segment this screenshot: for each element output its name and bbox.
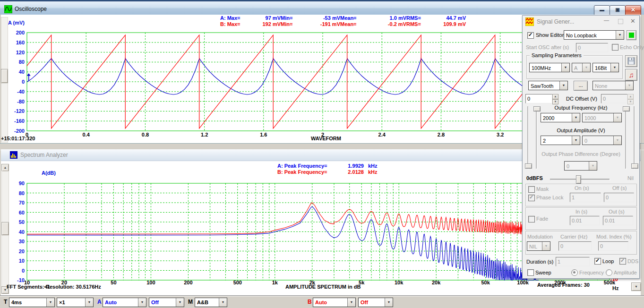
svg-text:0: 0: [22, 79, 25, 85]
svg-text:200: 200: [184, 280, 192, 285]
channel-b-label: B: [308, 299, 312, 305]
spectrum-averaged-frames: Averaged Frames: 30: [537, 282, 590, 288]
svg-text:3.2: 3.2: [497, 132, 504, 137]
run-button[interactable]: [627, 30, 636, 40]
duration-label: Duration (s): [526, 259, 553, 265]
chevron-down-icon: ▼: [613, 113, 621, 122]
dc-offset-b-input: [601, 94, 627, 103]
signal-generator-window: Signal Gener... — ✕ Show Editor No Loopb…: [522, 15, 640, 279]
channel-a-coupling-select[interactable]: Off▼: [149, 298, 184, 307]
mask-off-input: [604, 193, 634, 202]
siggen-minimize-icon[interactable]: —: [604, 17, 609, 23]
svg-text:500: 500: [233, 280, 242, 285]
oscilloscope-x-axis-title: WAVEFORM: [298, 136, 354, 141]
svg-text:1.6: 1.6: [260, 132, 267, 137]
dbfs-slider-thumb[interactable]: [576, 175, 581, 184]
loopback-select[interactable]: No Loopback▼: [564, 30, 624, 40]
amplitude-a-select[interactable]: 2▼: [541, 136, 580, 145]
slider-thumb[interactable]: [533, 106, 541, 111]
chevron-down-icon: ▼: [542, 242, 550, 250]
amplitude-slider-a-left[interactable]: [525, 106, 531, 169]
slider-thumb[interactable]: [525, 163, 532, 169]
fade-out-input: [603, 216, 633, 225]
phase-lock-checkbox: [528, 195, 535, 201]
more-options-button[interactable]: ...: [574, 81, 588, 91]
mod-index-input: [598, 241, 628, 251]
siggen-close-icon[interactable]: ✕: [630, 17, 635, 25]
svg-text:-10: -10: [17, 277, 25, 283]
sweep-frequency-label: Frequency: [579, 270, 604, 275]
music-note-icon: ♫: [628, 71, 634, 79]
off-s-label: Off (s): [612, 185, 627, 191]
svg-text:120: 120: [16, 50, 25, 55]
channel-b-range-select[interactable]: Auto▼: [313, 298, 356, 307]
play-tone-button[interactable]: ♫: [625, 69, 637, 81]
svg-text:30: 30: [19, 239, 25, 244]
chevron-down-icon: ▼: [176, 298, 184, 307]
close-button[interactable]: ✕: [625, 5, 641, 16]
sweep-amplitude-radio: [606, 269, 612, 276]
channel-a-range-select[interactable]: Auto▼: [103, 298, 146, 307]
spectrum-x-axis-title: AMPLITUDE SPECTRUM in dB: [285, 284, 361, 290]
math-mode-select[interactable]: A&B▼: [195, 298, 227, 307]
chevron-down-icon: ▼: [219, 298, 227, 307]
svg-text:50k: 50k: [481, 280, 490, 285]
svg-text:2.8: 2.8: [438, 132, 445, 137]
spectrum-dropdown-icon[interactable]: ▼: [631, 282, 641, 291]
waveform-b-select: None▼: [592, 81, 634, 90]
oscilloscope-timestamp: +15:01:17:320: [1, 136, 35, 141]
sweep-amplitude-label: Amplitude: [614, 270, 637, 275]
frequency-b-select: 1000▼: [582, 113, 622, 122]
chevron-down-icon: ▼: [46, 298, 54, 307]
svg-text:100: 100: [146, 280, 155, 285]
svg-text:10k: 10k: [395, 280, 404, 285]
mask-on-input: [570, 193, 601, 202]
run-indicator: [629, 33, 634, 38]
chevron-down-icon: ▼: [347, 298, 355, 307]
maximize-button[interactable]: ▣: [610, 5, 626, 16]
sweep-checkbox[interactable]: [527, 269, 534, 276]
svg-text:100k: 100k: [517, 280, 529, 285]
minimize-button[interactable]: ▬: [594, 5, 610, 16]
frequency-slider-a[interactable]: [533, 106, 540, 169]
dbfs-label: 0dBFS: [526, 175, 543, 181]
nil-label: Nil: [627, 175, 634, 181]
siggen-title: Signal Gener...: [537, 18, 574, 25]
mask-checkbox: [528, 186, 535, 193]
svg-text:20: 20: [19, 248, 25, 254]
chevron-down-icon: ▼: [138, 298, 146, 307]
spectrum-analyzer-icon: [10, 151, 17, 159]
sampling-bits-select[interactable]: 16Bit▼: [592, 63, 619, 72]
svg-text:1k: 1k: [272, 280, 278, 285]
dc-offset-a-spinner[interactable]: ▲▼: [552, 94, 558, 103]
fade-label: Fade: [536, 216, 548, 222]
dc-offset-b-spinner: ▲▼: [627, 94, 634, 103]
start-osc-label: Start OSC after (s): [526, 44, 569, 50]
svg-text:80: 80: [19, 59, 25, 65]
svg-text:50: 50: [111, 280, 116, 285]
sampling-rate-select[interactable]: 100MHz▼: [529, 63, 570, 72]
chevron-down-icon: ▼: [582, 63, 590, 72]
svg-text:0: 0: [22, 268, 25, 274]
mod-index-label: Mod. Index (%): [596, 234, 632, 240]
dc-offset-label: DC Offset (V): [566, 96, 597, 102]
frequency-a-select[interactable]: 2000▼: [541, 113, 580, 122]
carrier-label: Carrier (Hz): [560, 234, 587, 240]
chevron-down-icon: ▼: [610, 63, 618, 72]
in-s-label: In (s): [575, 209, 587, 214]
show-editor-label: Show Editor: [536, 32, 564, 38]
phase-lock-label: Phase Lock: [536, 195, 563, 200]
channel-b-coupling-select[interactable]: Off▼: [358, 298, 393, 307]
duration-input: [556, 257, 590, 266]
zoom-select[interactable]: ×1▼: [57, 298, 94, 307]
timebase-select[interactable]: 4ms▼: [9, 298, 55, 307]
show-editor-checkbox[interactable]: [527, 32, 534, 39]
sweep-label: Sweep: [535, 270, 551, 275]
chevron-down-icon: ▼: [559, 81, 567, 90]
svg-text:60: 60: [19, 210, 25, 215]
waveform-a-select[interactable]: SawTooth▼: [528, 81, 568, 90]
save-button[interactable]: [625, 55, 637, 67]
fade-checkbox: [528, 216, 535, 222]
loop-checkbox[interactable]: [594, 258, 601, 265]
dc-offset-a-input[interactable]: [525, 94, 552, 103]
